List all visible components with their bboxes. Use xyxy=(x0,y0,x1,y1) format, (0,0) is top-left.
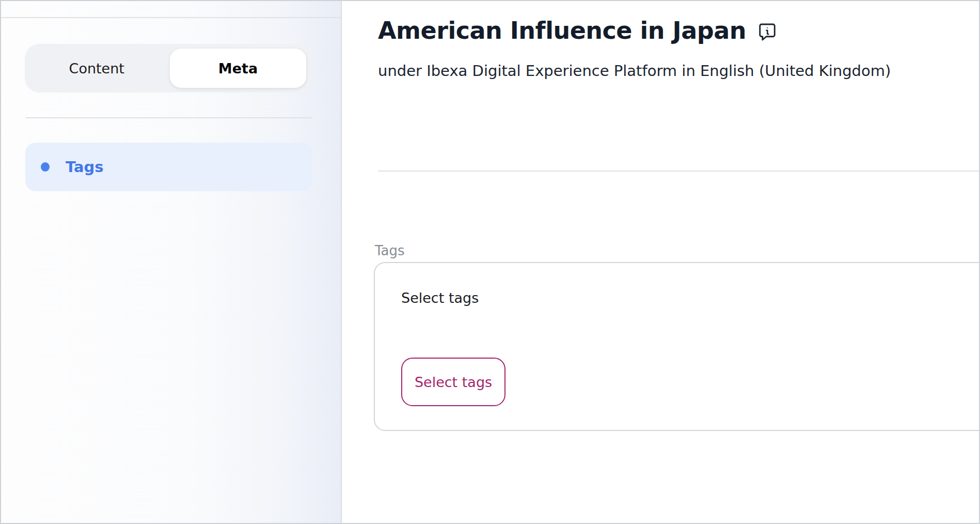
tags-field-label: Tags xyxy=(375,243,405,258)
tab-meta[interactable]: Meta xyxy=(170,49,306,88)
tags-field-card: Select tags Select tags xyxy=(374,262,980,431)
sidebar-item-tags[interactable]: Tags xyxy=(25,143,312,191)
content-edit-window: Content Meta Tags American Influence in … xyxy=(0,0,980,524)
main-content-area: American Influence in Japan under Ibexa … xyxy=(343,1,979,523)
header-divider xyxy=(378,171,979,172)
sidebar-top-divider xyxy=(1,17,341,18)
title-row: American Influence in Japan xyxy=(378,16,777,47)
tab-content[interactable]: Content xyxy=(25,44,169,93)
sidebar-section-divider xyxy=(26,117,312,118)
anchor-dot-icon xyxy=(41,162,50,172)
select-tags-field-title: Select tags xyxy=(401,290,479,306)
content-meta-tab-switcher: Content Meta xyxy=(25,44,312,93)
sidebar-item-label: Tags xyxy=(66,158,104,176)
select-tags-button[interactable]: Select tags xyxy=(401,358,505,406)
info-speech-bubble-icon[interactable] xyxy=(757,22,777,42)
anchor-sidebar: Content Meta Tags xyxy=(1,1,342,523)
content-location-subtitle: under Ibexa Digital Experience Platform … xyxy=(378,62,891,80)
page-title: American Influence in Japan xyxy=(378,16,746,47)
